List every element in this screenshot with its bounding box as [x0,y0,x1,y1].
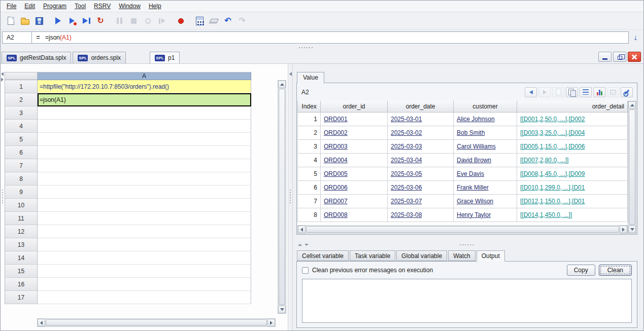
preview-button[interactable] [552,87,564,97]
cell-A17[interactable] [38,291,251,304]
scroll-up-button[interactable] [628,101,636,109]
cell-A11[interactable] [38,212,251,225]
clean-button[interactable]: Clean [599,265,632,276]
row-header-4[interactable]: 4 [5,120,38,133]
nav-back-button[interactable] [525,87,537,97]
value-cell-order-detail[interactable]: [[D001,2,50.0, ...],[D002 [517,112,628,126]
value-cell-order-detail[interactable]: [[D010,1,299.0, ...],[D01 [517,180,628,194]
value-cell-customer[interactable]: Frank Miller [454,180,517,194]
minimize-button[interactable] [598,52,612,62]
tab-watch[interactable]: Watch [448,250,476,261]
row-header-5[interactable]: 5 [5,133,38,146]
tab-orders-splx[interactable]: SPL orders.splx [73,52,126,63]
scroll-down-button[interactable] [628,226,636,233]
row-header-7[interactable]: 7 [5,159,38,172]
cell-A4[interactable] [38,120,251,133]
reload-button[interactable]: ↻ [94,14,107,27]
row-header-13[interactable]: 13 [5,238,38,251]
menu-help[interactable]: Help [145,1,165,11]
options-button[interactable] [621,87,633,97]
row-header-10[interactable]: 10 [5,199,38,212]
chart-button[interactable] [593,87,605,97]
menu-program[interactable]: Program [39,1,71,11]
value-cell-order-date[interactable]: 2025-03-03 [388,139,454,153]
grid-view-button[interactable] [607,87,619,97]
left-splitter-collapse[interactable] [1,72,4,82]
cell-A13[interactable] [38,238,251,251]
col-header-index[interactable]: Index [298,101,321,112]
menu-rsrv[interactable]: RSRV [90,1,115,11]
value-cell-order-date[interactable]: 2025-03-05 [388,167,454,180]
row-header-3[interactable]: 3 [5,106,38,120]
scrollbar-thumb[interactable] [46,319,267,326]
col-header-order-date[interactable]: order_date [388,101,454,112]
clear-cells-button[interactable] [207,14,220,27]
tab-output[interactable]: Output [477,250,505,262]
step-over-button[interactable] [141,14,154,27]
tab-global-variable[interactable]: Global variable [396,250,447,261]
value-cell-customer[interactable]: Eve Davis [454,167,517,180]
stop-button[interactable] [127,14,140,27]
row-header-9[interactable]: 9 [5,186,38,199]
menu-edit[interactable]: Edit [20,1,39,11]
scroll-up-button[interactable] [278,81,286,88]
value-cell-order-id[interactable]: ORD004 [321,153,388,167]
cell-A6[interactable] [38,146,251,159]
value-cell-order-id[interactable]: ORD008 [321,208,388,222]
cell-A15[interactable] [38,265,251,278]
column-header-A[interactable]: A [38,72,251,80]
row-header-17[interactable]: 17 [5,291,38,304]
value-cell-order-detail[interactable]: [[D014,1,450.0, ...]] [517,208,628,222]
value-cell-customer[interactable]: David Brown [454,153,517,167]
splitter-handle[interactable] [2,190,3,203]
value-cell-order-date[interactable]: 2025-03-06 [388,180,454,194]
row-header-12[interactable]: 12 [5,225,38,238]
cell-A5[interactable] [38,133,251,146]
menu-tool[interactable]: Tool [71,1,90,11]
row-header-1[interactable]: 1 [5,80,38,93]
value-cell-order-detail[interactable]: [[D003,3,25.0, ...],[D004 [517,126,628,139]
undo-button[interactable]: ↶ [221,14,234,27]
cell-A7[interactable] [38,159,251,172]
scroll-down-button[interactable] [278,306,286,313]
grid-horizontal-scrollbar[interactable] [37,318,276,327]
bottom-splitter[interactable] [296,235,637,250]
cell-reference-box[interactable]: A2 [3,32,32,43]
cell-A16[interactable] [38,278,251,291]
row-header-14[interactable]: 14 [5,251,38,265]
value-cell-order-date[interactable]: 2025-03-08 [388,208,454,222]
new-file-button[interactable] [4,14,17,27]
expand-formula-button[interactable]: ↓ [629,31,642,44]
scroll-right-button[interactable] [267,319,275,326]
value-cell-order-detail[interactable]: [[D007,2,80.0, ...]] [517,153,628,167]
value-cell-order-id[interactable]: ORD005 [321,167,388,180]
value-cell-order-id[interactable]: ORD006 [321,180,388,194]
grid-vertical-scrollbar[interactable] [278,80,286,314]
value-cell-order-id[interactable]: ORD001 [321,112,388,126]
row-header-2[interactable]: 2 [5,93,38,106]
value-cell-customer[interactable]: Henry Taylor [454,208,517,222]
value-cell-order-date[interactable]: 2025-03-07 [388,194,454,208]
value-cell-order-detail[interactable]: [[D008,1,45.0, ...],[D009 [517,167,628,180]
splitter-handle[interactable] [290,190,291,203]
open-file-button[interactable] [18,14,31,27]
cell-A14[interactable] [38,251,251,265]
record-button[interactable] [174,14,187,27]
cell-A2[interactable]: =json(A1) [38,93,251,106]
value-cell-order-date[interactable]: 2025-03-02 [388,126,454,139]
nav-forward-button[interactable] [538,87,551,97]
value-cell-customer[interactable]: Grace Wilson [454,194,517,208]
calculator-button[interactable] [193,14,206,27]
cell-A3[interactable] [38,106,251,120]
scrollbar-thumb[interactable] [629,109,635,225]
cell-A8[interactable] [38,172,251,186]
breakpoint-button[interactable] [155,14,168,27]
row-header-8[interactable]: 8 [5,172,38,186]
view-list-button[interactable] [580,87,592,97]
scroll-left-button[interactable] [38,319,45,326]
restore-button[interactable] [613,52,626,62]
tab-cellset-variable[interactable]: Cellset variable [297,250,349,261]
col-header-customer[interactable]: customer [454,101,517,112]
copy-button[interactable]: Copy [567,265,595,276]
panel-splitter[interactable] [288,64,293,330]
